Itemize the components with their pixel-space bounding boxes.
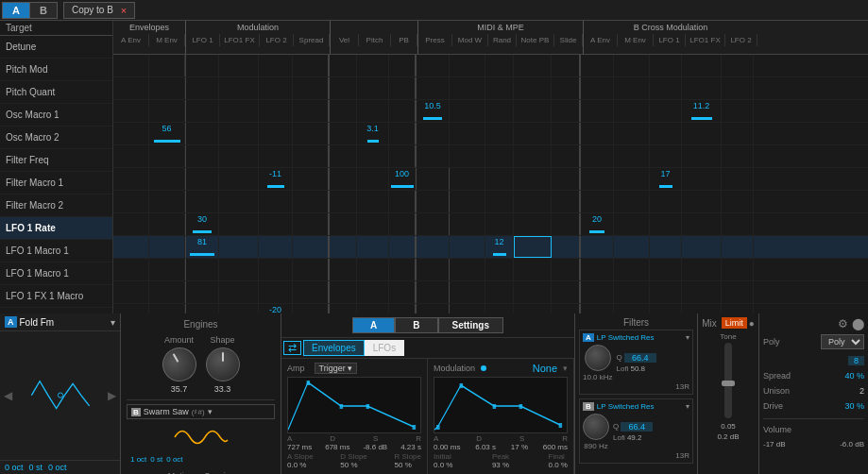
- cell-detune-blfo1[interactable]: [650, 55, 682, 76]
- cell-ff-blfo1fx[interactable]: [682, 168, 722, 190]
- cell-pm-lfo1fx[interactable]: [219, 77, 259, 99]
- cell-om2-vel[interactable]: [329, 145, 357, 167]
- cell-ff-spread[interactable]: [293, 168, 329, 190]
- cell-om1-bmenv[interactable]: [614, 123, 650, 144]
- cell-pm-rand[interactable]: [485, 77, 514, 99]
- cell-detune-bmenv[interactable]: [614, 55, 650, 76]
- cell-om2-notepb[interactable]: [514, 145, 552, 167]
- cell-pm-menv[interactable]: [149, 77, 185, 99]
- mod-none-label[interactable]: None: [533, 363, 557, 374]
- fader-a-thumb[interactable]: [722, 381, 735, 386]
- tab-b-main[interactable]: B: [395, 317, 437, 333]
- cell-pq-blfo1[interactable]: [650, 100, 682, 122]
- cell-detune-vel[interactable]: [329, 55, 357, 76]
- filter-b-knob[interactable]: [583, 414, 609, 440]
- cell-ff-aenv[interactable]: [113, 168, 149, 190]
- cell-om2-rand[interactable]: [485, 145, 514, 167]
- cell-pm-pitch[interactable]: [357, 77, 389, 99]
- cell-om2-bmenv[interactable]: [614, 145, 650, 167]
- cell-ff-blfo2[interactable]: [722, 168, 754, 190]
- cell-pq-lfo2[interactable]: [259, 100, 293, 122]
- cell-pm-lfo2[interactable]: [259, 77, 293, 99]
- tab-lfos[interactable]: LFOs: [365, 340, 404, 356]
- cell-om1-blfo1fx[interactable]: [682, 123, 722, 144]
- cell-detune-aenv[interactable]: [113, 55, 149, 76]
- cell-pq-lfo1fx[interactable]: [219, 100, 259, 122]
- table-row[interactable]: 56 3.1: [113, 123, 868, 145]
- cell-lf1m-lfo2[interactable]: -20: [259, 304, 293, 313]
- cell-pm-notepb[interactable]: [514, 77, 552, 99]
- cell-ff-pb[interactable]: 100: [389, 168, 416, 190]
- cell-pm-pb[interactable]: [389, 77, 416, 99]
- cell-detune-pb[interactable]: [389, 55, 416, 76]
- fader-a-track[interactable]: [724, 343, 732, 418]
- table-row[interactable]: 30: [113, 213, 868, 236]
- cell-pm-aenv[interactable]: [113, 77, 149, 99]
- cell-pm-baenv[interactable]: [580, 77, 614, 99]
- cell-ff-blfo1[interactable]: 17: [650, 168, 682, 190]
- filter-a-type[interactable]: LP Switched Res: [597, 333, 683, 342]
- cell-pq-bmenv[interactable]: [614, 100, 650, 122]
- cell-fm2-baenv[interactable]: 20: [580, 213, 614, 235]
- cell-pq-spread[interactable]: [293, 100, 329, 122]
- cell-om1-rand[interactable]: [485, 123, 514, 144]
- cell-om2-menv[interactable]: [149, 145, 185, 167]
- cell-pm-blfo2[interactable]: [722, 77, 754, 99]
- cell-ff-rand[interactable]: [485, 168, 514, 190]
- cell-om1-lfo2[interactable]: [259, 123, 293, 144]
- table-row[interactable]: 81 12: [113, 236, 868, 259]
- prev-arrow[interactable]: ◀: [4, 389, 12, 402]
- cell-om1-lfo1[interactable]: [185, 123, 219, 144]
- cell-pq-baenv[interactable]: [580, 100, 614, 122]
- cell-pq-slide[interactable]: [552, 100, 580, 122]
- cell-om2-blfo1[interactable]: [650, 145, 682, 167]
- cell-ff-bmenv[interactable]: [614, 168, 650, 190]
- table-row[interactable]: [113, 259, 868, 281]
- cell-detune-blfo2[interactable]: [722, 55, 754, 76]
- cell-om2-baenv[interactable]: [580, 145, 614, 167]
- cell-pq-pitch[interactable]: [357, 100, 389, 122]
- tab-b[interactable]: B: [29, 2, 58, 19]
- cell-om2-slide[interactable]: [552, 145, 580, 167]
- cell-detune-rand[interactable]: [485, 55, 514, 76]
- cell-om2-press[interactable]: [416, 145, 450, 167]
- cell-om2-aenv[interactable]: [113, 145, 149, 167]
- cell-detune-notepb[interactable]: [514, 55, 552, 76]
- cell-om1-aenv[interactable]: [113, 123, 149, 144]
- tab-envelopes[interactable]: Envelopes: [303, 340, 365, 356]
- cell-ff-modw[interactable]: [450, 168, 485, 190]
- cell-ff-notepb[interactable]: [514, 168, 552, 190]
- filter-a-knob[interactable]: [585, 345, 611, 371]
- filter-b-dropdown[interactable]: ▾: [686, 402, 689, 411]
- cell-pm-vel[interactable]: [329, 77, 357, 99]
- cell-ff-slide[interactable]: [552, 168, 580, 190]
- table-row[interactable]: [113, 77, 868, 100]
- next-arrow[interactable]: ▶: [108, 389, 116, 402]
- table-row[interactable]: [113, 55, 868, 77]
- cell-om1-pb[interactable]: [389, 123, 416, 144]
- cell-pq-notepb[interactable]: [514, 100, 552, 122]
- cell-fm2-lfo1[interactable]: 30: [185, 213, 219, 235]
- copy-to-b-button[interactable]: Copy to B ×: [63, 2, 135, 19]
- cell-pm-blfo1fx[interactable]: [682, 77, 722, 99]
- cell-om1-spread[interactable]: [293, 123, 329, 144]
- cell-pm-slide[interactable]: [552, 77, 580, 99]
- cell-pq-aenv[interactable]: [113, 100, 149, 122]
- cell-pm-bmenv[interactable]: [614, 77, 650, 99]
- cell-om1-blfo1[interactable]: [650, 123, 682, 144]
- cell-detune-baenv[interactable]: [580, 55, 614, 76]
- cell-om1-notepb[interactable]: [514, 123, 552, 144]
- table-row[interactable]: [113, 145, 868, 168]
- cell-om1-slide[interactable]: [552, 123, 580, 144]
- cell-ff-menv[interactable]: [149, 168, 185, 190]
- cell-ff-lfo1[interactable]: [185, 168, 219, 190]
- tab-a[interactable]: A: [2, 2, 29, 19]
- cell-pq-menv[interactable]: [149, 100, 185, 122]
- cell-om1-pitch[interactable]: 3.1: [357, 123, 389, 144]
- cell-detune-lfo1[interactable]: [185, 55, 219, 76]
- cell-om1-lfo1fx[interactable]: [219, 123, 259, 144]
- amount-knob[interactable]: [156, 341, 202, 387]
- table-row[interactable]: -20: [113, 304, 868, 313]
- cell-om2-spread[interactable]: [293, 145, 329, 167]
- cell-om2-blfo2[interactable]: [722, 145, 754, 167]
